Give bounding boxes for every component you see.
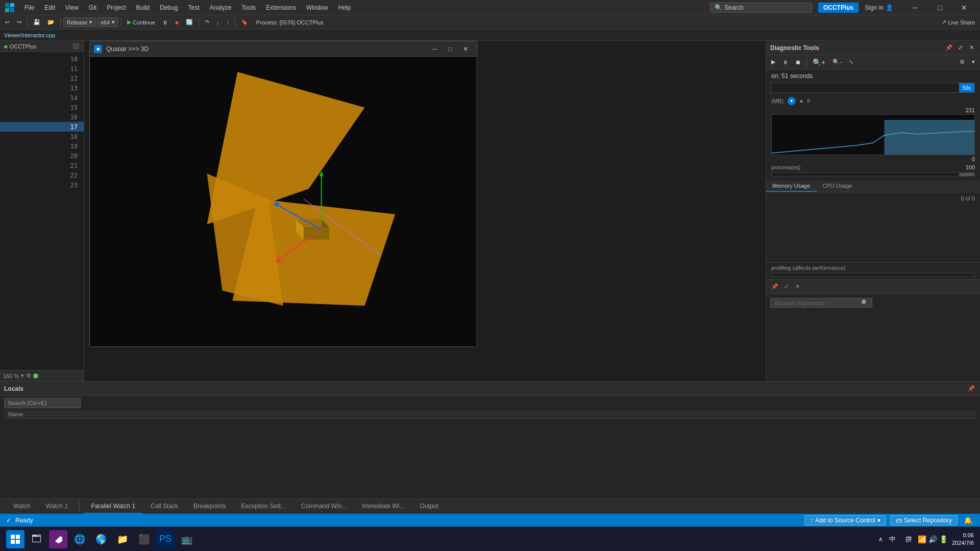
volume-icon[interactable]: 🔊 [928, 535, 937, 543]
3d-canvas[interactable] [90, 57, 477, 346]
menu-file[interactable]: File [19, 2, 39, 13]
diag-close-button[interactable]: ✕ [967, 43, 976, 53]
zoom-level: 160 % [3, 373, 19, 379]
menu-view[interactable]: View [60, 2, 84, 13]
window-title: Quaoar >>> 3D [106, 45, 428, 53]
project-header: ■ OCCTPlus ⬛ [0, 41, 84, 52]
collapse-icon[interactable]: ⬛ [72, 43, 80, 49]
undo-button[interactable]: ↩ [2, 18, 13, 27]
menu-help[interactable]: Help [333, 2, 356, 13]
taskbar-monitor-icon[interactable]: 📺 [178, 530, 196, 548]
window-maximize-button[interactable]: □ [443, 43, 457, 55]
diag-scrollbar[interactable] [771, 172, 975, 177]
profiling-scrollbar[interactable] [771, 273, 975, 277]
platform-dropdown[interactable]: x64 ▾ [97, 17, 118, 27]
taskbar-vs-icon[interactable] [49, 530, 67, 548]
boolean-expression-input[interactable]: Boolean Expression 🔍 [770, 298, 872, 308]
select-repository-button[interactable]: 🗃 Select Repository [890, 515, 958, 525]
chevron-up-icon[interactable]: ∧ [878, 536, 883, 543]
step-in-button[interactable]: ↓ [213, 18, 223, 27]
menu-project[interactable]: Project [102, 2, 131, 13]
menu-tools[interactable]: Tools [236, 2, 261, 13]
immediate-window-tab[interactable]: Immediate Wi... [355, 499, 411, 514]
memory-usage-tab[interactable]: Memory Usage [766, 181, 817, 192]
bookmark-button[interactable]: 🔖 [238, 18, 251, 27]
diag-zoom-out-button[interactable]: 🔍- [829, 58, 845, 66]
minimize-button[interactable]: ─ [903, 0, 927, 15]
ime-chinese-icon[interactable]: 中 [885, 532, 899, 546]
cpu-usage-tab[interactable]: CPU Usage [817, 181, 859, 192]
taskbar-terminal2-icon[interactable]: ⬛ [135, 530, 153, 548]
stop-button[interactable]: ■ [172, 18, 182, 27]
start-button[interactable] [6, 530, 24, 548]
parallel-watch-tab[interactable]: Parallel Watch 1 [84, 499, 142, 514]
menu-extensions[interactable]: Extensions [261, 2, 301, 13]
step-over-button[interactable]: ↷ [202, 18, 212, 27]
window-close-button[interactable]: ✕ [458, 43, 473, 55]
diag-stop-button[interactable]: ⏹ [792, 58, 804, 66]
diag-pause-button[interactable]: ⏸ [779, 58, 791, 66]
breakpoints-tab[interactable]: Breakpoints [186, 499, 233, 514]
menu-test[interactable]: Test [183, 2, 205, 13]
menu-git[interactable]: Git [84, 2, 102, 13]
step-out-button[interactable]: ↑ [223, 18, 232, 27]
watch-tab[interactable]: Watch [6, 499, 38, 514]
window-minimize-button[interactable]: ─ [428, 43, 442, 55]
restart-button[interactable]: 🔄 [183, 18, 196, 27]
filter-icon[interactable]: ▼ [788, 97, 796, 105]
menu-build[interactable]: Build [131, 2, 155, 13]
project-name: OCCTPlus [10, 43, 37, 49]
output-tab[interactable]: Output [413, 499, 446, 514]
menu-analyze[interactable]: Analyze [205, 2, 237, 13]
sign-in-label: Sign in [865, 4, 884, 11]
redo-button[interactable]: ↪ [14, 18, 24, 27]
watch2-float-button[interactable]: ⤢ [781, 282, 791, 291]
close-button[interactable]: ✕ [952, 0, 976, 15]
command-window-tab[interactable]: Command Win... [294, 499, 354, 514]
live-share-button[interactable]: ↗ Live Share [939, 18, 978, 27]
menu-window[interactable]: Window [301, 2, 333, 13]
menu-debug[interactable]: Debug [155, 2, 183, 13]
zoom-chevron-icon[interactable]: ▾ [21, 372, 24, 379]
search-locals-input[interactable]: Search (Ctrl+E) [4, 398, 81, 408]
taskbar-explorer-icon[interactable]: 📁 [113, 530, 132, 548]
diag-play-button[interactable]: ▶ [768, 58, 778, 66]
taskbar-clock[interactable]: 0:06 2024/7/6 [952, 532, 974, 546]
watch1-tab[interactable]: Watch 1 [39, 499, 76, 514]
ime-pinyin-icon[interactable]: 拼 [901, 532, 916, 546]
taskbar-terminal-icon[interactable]: 🗔 [28, 530, 46, 548]
diag-settings-button[interactable]: ⚙ [957, 58, 968, 66]
config-dropdown[interactable]: Release ▾ [63, 17, 96, 27]
diag-spacer [766, 93, 980, 97]
zoom-settings-icon[interactable]: ⚙ [26, 372, 31, 379]
project-icon: ■ [4, 43, 8, 49]
maximize-button[interactable]: □ [928, 0, 951, 15]
taskbar-edge-icon[interactable]: 🌎 [92, 530, 110, 548]
pause-button[interactable]: ⏸ [159, 18, 171, 27]
notification-button[interactable]: 🔔 [962, 514, 974, 527]
diag-zoom-in-button[interactable]: 🔍+ [810, 57, 828, 67]
battery-icon[interactable]: 🔋 [939, 535, 948, 543]
svg-rect-23 [11, 540, 15, 544]
watch2-close-button[interactable]: ✕ [793, 282, 802, 291]
wifi-icon[interactable]: 📶 [918, 535, 926, 543]
taskbar-browser-icon[interactable]: 🌐 [70, 530, 89, 548]
diag-fit-button[interactable]: ⤡ [846, 58, 856, 66]
call-stack-tab[interactable]: Call Stack [143, 499, 185, 514]
save-button[interactable]: 💾 [30, 18, 43, 27]
diag-pin-button[interactable]: 📌 [944, 43, 953, 53]
sign-in-button[interactable]: Sign in 👤 [865, 4, 893, 11]
watch2-pin-button[interactable]: 📌 [770, 282, 779, 291]
diagnostic-timer: on: 51 seconds [766, 69, 980, 83]
continue-button[interactable]: ▶ Continue [124, 18, 158, 27]
menu-edit[interactable]: Edit [39, 2, 60, 13]
taskbar-powershell-icon[interactable]: PS [156, 530, 175, 548]
locals-pin-button[interactable]: 📌 [967, 384, 976, 393]
search-box[interactable]: 🔍 Search [710, 3, 812, 13]
add-to-source-control-button[interactable]: ↑ Add to Source Control ▾ [804, 515, 886, 525]
exception-settings-tab[interactable]: Exception Sett... [234, 499, 292, 514]
diag-chevron-button[interactable]: ▾ [969, 58, 978, 66]
process-label: Process: [5576] OCCTPlus [252, 19, 328, 26]
diag-float-button[interactable]: ⤢ [955, 43, 965, 53]
open-button[interactable]: 📂 [44, 18, 58, 27]
